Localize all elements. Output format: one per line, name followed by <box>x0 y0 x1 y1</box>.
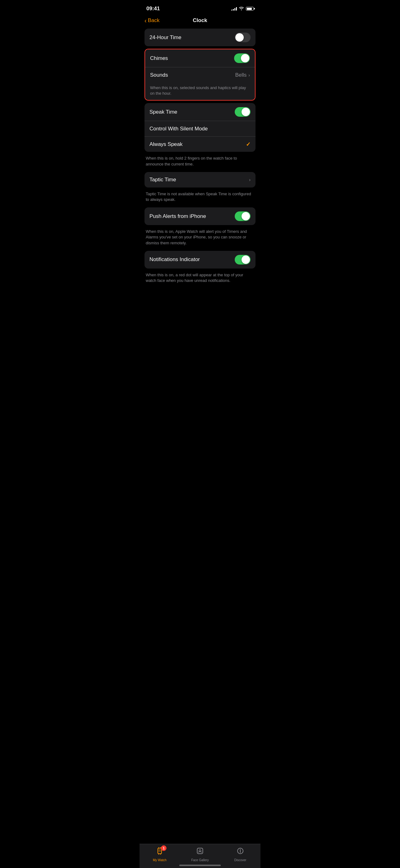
notifications-indicator-footnote: When this is on, a red dot will appear a… <box>144 271 256 288</box>
chimes-toggle[interactable] <box>234 53 250 63</box>
push-alerts-toggle[interactable] <box>235 211 251 221</box>
status-bar: 09:41 <box>139 0 261 15</box>
sounds-value: Bells › <box>235 72 250 78</box>
notifications-indicator-label: Notifications Indicator <box>149 256 200 262</box>
24-hour-time-row[interactable]: 24-Hour Time <box>144 29 256 46</box>
sounds-chevron-icon: › <box>248 73 250 78</box>
battery-icon <box>246 7 254 10</box>
control-silent-mode-label: Control With Silent Mode <box>149 126 208 132</box>
speak-time-footnote: When this is on, hold 2 fingers on the w… <box>144 154 256 172</box>
taptic-time-chevron-icon: › <box>249 177 251 182</box>
taptic-time-footnote: Taptic Time is not available when Speak … <box>144 190 256 207</box>
push-alerts-group: Push Alerts from iPhone <box>144 207 256 225</box>
control-silent-mode-row[interactable]: Control With Silent Mode <box>144 121 256 136</box>
taptic-time-row[interactable]: Taptic Time › <box>144 172 256 187</box>
speak-time-label: Speak Time <box>149 109 177 115</box>
nav-header: ‹ Back Clock <box>139 15 261 29</box>
24-hour-time-toggle[interactable] <box>235 33 251 42</box>
push-alerts-row[interactable]: Push Alerts from iPhone <box>144 207 256 225</box>
24-hour-time-label: 24-Hour Time <box>149 34 181 41</box>
taptic-time-group: Taptic Time › <box>144 172 256 187</box>
sounds-row[interactable]: Sounds Bells › <box>145 67 255 83</box>
24-hour-time-group: 24-Hour Time <box>144 29 256 46</box>
notifications-indicator-group: Notifications Indicator <box>144 251 256 269</box>
notifications-indicator-toggle[interactable] <box>235 255 251 265</box>
always-speak-row[interactable]: Always Speak ✓ <box>144 136 256 152</box>
status-time: 09:41 <box>146 6 160 12</box>
speak-time-group: Speak Time Control With Silent Mode Alwa… <box>144 103 256 152</box>
chimes-footnote: When this is on, selected sounds and hap… <box>145 83 255 100</box>
status-icons <box>231 6 254 11</box>
chimes-label: Chimes <box>150 55 168 61</box>
back-chevron-icon: ‹ <box>144 18 147 24</box>
taptic-time-label: Taptic Time <box>149 177 176 183</box>
wifi-icon <box>239 6 244 11</box>
page-title: Clock <box>193 18 207 24</box>
signal-icon <box>231 7 237 10</box>
notifications-indicator-row[interactable]: Notifications Indicator <box>144 251 256 269</box>
always-speak-checkmark-icon: ✓ <box>246 141 251 148</box>
chimes-card: Chimes Sounds Bells › When this is on, s… <box>145 49 255 100</box>
speak-time-row[interactable]: Speak Time <box>144 103 256 121</box>
back-button[interactable]: ‹ Back <box>144 18 159 24</box>
speak-time-toggle[interactable] <box>235 107 251 117</box>
sounds-label: Sounds <box>150 72 168 78</box>
push-alerts-footnote: When this is on, Apple Watch will alert … <box>144 227 256 251</box>
chimes-group-highlighted: Chimes Sounds Bells › When this is on, s… <box>144 49 256 101</box>
sounds-value-text: Bells <box>235 72 246 78</box>
settings-content: 24-Hour Time Chimes Sounds Bells › When <box>139 29 261 319</box>
chimes-row[interactable]: Chimes <box>145 49 255 67</box>
always-speak-label: Always Speak <box>149 141 182 148</box>
push-alerts-label: Push Alerts from iPhone <box>149 213 206 219</box>
back-label: Back <box>148 18 160 24</box>
